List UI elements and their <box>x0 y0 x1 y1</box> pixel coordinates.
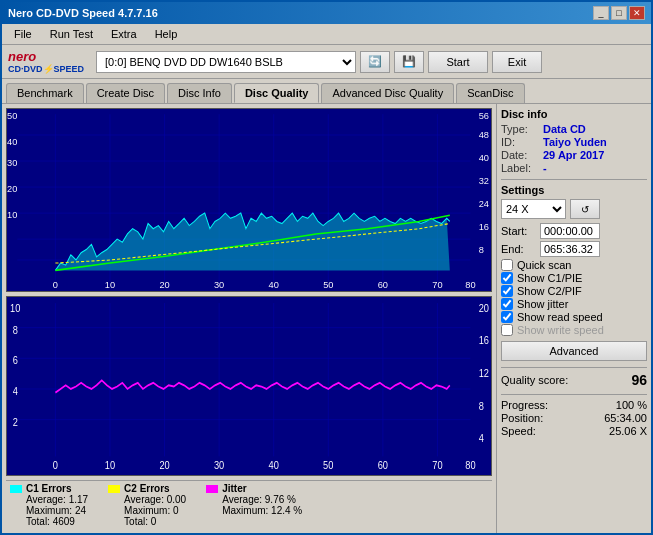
c1-average-row: Average: 1.17 <box>26 494 88 505</box>
menu-run-test[interactable]: Run Test <box>42 26 101 42</box>
start-button[interactable]: Start <box>428 51 488 73</box>
tab-disc-info[interactable]: Disc Info <box>167 83 232 103</box>
id-row: ID: Taiyo Yuden <box>501 136 647 148</box>
speed-refresh-button[interactable]: ↺ <box>570 199 600 219</box>
c1-total-value: 4609 <box>53 516 75 527</box>
tab-create-disc[interactable]: Create Disc <box>86 83 165 103</box>
logo: nero CD·DVD⚡SPEED <box>8 49 84 74</box>
svg-text:50: 50 <box>7 111 17 121</box>
c2-total-value: 0 <box>151 516 157 527</box>
date-label: Date: <box>501 149 539 161</box>
logo-nero: nero <box>8 49 84 64</box>
svg-text:0: 0 <box>53 280 58 290</box>
svg-text:20: 20 <box>479 302 490 314</box>
svg-text:12: 12 <box>479 367 490 379</box>
maximize-button[interactable]: □ <box>611 6 627 20</box>
type-value: Data CD <box>543 123 586 135</box>
svg-text:60: 60 <box>378 280 388 290</box>
progress-section: Progress: 100 % Position: 65:34.00 Speed… <box>501 394 647 438</box>
jitter-maximum-value: 12.4 % <box>271 505 302 516</box>
tab-advanced-disc-quality[interactable]: Advanced Disc Quality <box>321 83 454 103</box>
svg-text:30: 30 <box>214 280 224 290</box>
speed-value: 25.06 X <box>609 425 647 437</box>
save-button[interactable]: 💾 <box>394 51 424 73</box>
quality-label: Quality score: <box>501 374 568 386</box>
svg-text:30: 30 <box>7 158 17 168</box>
tab-benchmark[interactable]: Benchmark <box>6 83 84 103</box>
position-label: Position: <box>501 412 543 424</box>
menu-extra[interactable]: Extra <box>103 26 145 42</box>
menubar: File Run Test Extra Help <box>2 24 651 45</box>
svg-text:40: 40 <box>7 137 17 147</box>
show-c2pif-checkbox[interactable] <box>501 285 513 297</box>
legend-c2: C2 Errors Average: 0.00 Maximum: 0 Total… <box>108 483 186 527</box>
tab-disc-quality[interactable]: Disc Quality <box>234 83 320 103</box>
position-value: 65:34.00 <box>604 412 647 424</box>
label-value: - <box>543 162 547 174</box>
svg-text:2: 2 <box>13 416 18 428</box>
end-label: End: <box>501 243 536 255</box>
title-buttons: _ □ ✕ <box>593 6 645 20</box>
show-c1pie-checkbox[interactable] <box>501 272 513 284</box>
svg-text:80: 80 <box>465 459 476 471</box>
svg-text:24: 24 <box>479 199 489 209</box>
end-row: End: 065:36.32 <box>501 241 647 257</box>
svg-text:48: 48 <box>479 130 489 140</box>
quality-row: Quality score: 96 <box>501 372 647 388</box>
tab-scan-disc[interactable]: ScanDisc <box>456 83 524 103</box>
id-label: ID: <box>501 136 539 148</box>
label-label: Label: <box>501 162 539 174</box>
refresh-button[interactable]: 🔄 <box>360 51 390 73</box>
progress-row: Progress: 100 % <box>501 399 647 411</box>
exit-button[interactable]: Exit <box>492 51 542 73</box>
svg-text:16: 16 <box>479 334 490 346</box>
quick-scan-checkbox[interactable] <box>501 259 513 271</box>
svg-text:30: 30 <box>214 459 225 471</box>
show-jitter-row: Show jitter <box>501 298 647 310</box>
charts-area: 50 40 30 20 10 56 48 40 32 24 16 8 0 10 <box>2 104 496 533</box>
type-row: Type: Data CD <box>501 123 647 135</box>
show-jitter-checkbox[interactable] <box>501 298 513 310</box>
window-title: Nero CD-DVD Speed 4.7.7.16 <box>8 7 158 19</box>
speed-select[interactable]: 24 X <box>501 199 566 219</box>
type-label: Type: <box>501 123 539 135</box>
main-content: 50 40 30 20 10 56 48 40 32 24 16 8 0 10 <box>2 103 651 533</box>
svg-text:8: 8 <box>479 400 484 412</box>
svg-text:32: 32 <box>479 176 489 186</box>
c1-chart: 50 40 30 20 10 56 48 40 32 24 16 8 0 10 <box>6 108 492 292</box>
c2-average-row: Average: 0.00 <box>124 494 186 505</box>
label-row: Label: - <box>501 162 647 174</box>
progress-label: Progress: <box>501 399 548 411</box>
show-c1pie-row: Show C1/PIE <box>501 272 647 284</box>
svg-text:50: 50 <box>323 459 334 471</box>
svg-text:20: 20 <box>159 459 170 471</box>
drive-select[interactable]: [0:0] BENQ DVD DD DW1640 BSLB <box>96 51 356 73</box>
show-write-speed-checkbox[interactable] <box>501 324 513 336</box>
c2-color-dot <box>108 485 120 493</box>
svg-text:56: 56 <box>479 111 489 121</box>
c2-legend-label: C2 Errors <box>124 483 170 494</box>
c1-total-row: Total: 4609 <box>26 516 88 527</box>
c2-maximum-row: Maximum: 0 <box>124 505 186 516</box>
svg-text:0: 0 <box>53 459 58 471</box>
jitter-legend-label: Jitter <box>222 483 246 494</box>
position-row: Position: 65:34.00 <box>501 412 647 424</box>
svg-text:40: 40 <box>479 153 489 163</box>
show-write-speed-row: Show write speed <box>501 324 647 336</box>
toolbar: nero CD·DVD⚡SPEED [0:0] BENQ DVD DD DW16… <box>2 45 651 79</box>
advanced-button[interactable]: Advanced <box>501 341 647 361</box>
svg-text:20: 20 <box>7 184 17 194</box>
quick-scan-label: Quick scan <box>517 259 571 271</box>
minimize-button[interactable]: _ <box>593 6 609 20</box>
date-value: 29 Apr 2017 <box>543 149 604 161</box>
svg-text:8: 8 <box>479 245 484 255</box>
menu-file[interactable]: File <box>6 26 40 42</box>
settings-section: Settings 24 X ↺ Start: 000:00.00 End: 06… <box>501 179 647 361</box>
speed-row: 24 X ↺ <box>501 199 647 219</box>
close-button[interactable]: ✕ <box>629 6 645 20</box>
menu-help[interactable]: Help <box>147 26 186 42</box>
c1-average-value: 1.17 <box>69 494 88 505</box>
show-read-speed-checkbox[interactable] <box>501 311 513 323</box>
jitter-chart: 10 8 6 4 2 20 16 12 8 4 0 10 20 30 40 <box>6 296 492 476</box>
svg-text:80: 80 <box>465 280 475 290</box>
